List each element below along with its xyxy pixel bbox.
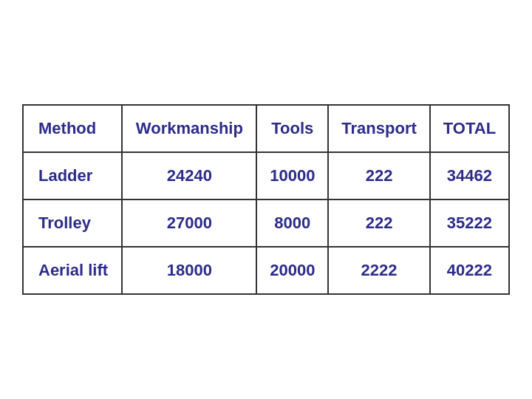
table-row: Trolley27000800022235222: [23, 200, 509, 247]
header-method: Method: [23, 105, 122, 152]
cell-total-0: 34462: [430, 152, 509, 200]
cell-tools-2: 20000: [256, 247, 328, 294]
cell-workmanship-1: 27000: [122, 200, 256, 247]
table-row: Aerial lift1800020000222240222: [23, 247, 509, 294]
header-workmanship: Workmanship: [122, 105, 256, 152]
table-row: Ladder242401000022234462: [23, 152, 509, 200]
cell-tools-0: 10000: [256, 152, 328, 200]
cell-tools-1: 8000: [256, 200, 328, 247]
cell-workmanship-0: 24240: [122, 152, 256, 200]
cell-total-1: 35222: [430, 200, 509, 247]
cell-method-1: Trolley: [23, 200, 122, 247]
header-row: Method Workmanship Tools Transport TOTAL: [23, 105, 509, 152]
cell-method-2: Aerial lift: [23, 247, 122, 294]
header-tools: Tools: [256, 105, 328, 152]
header-total: TOTAL: [430, 105, 509, 152]
cell-transport-2: 2222: [328, 247, 430, 294]
header-transport: Transport: [328, 105, 430, 152]
data-table: Method Workmanship Tools Transport TOTAL…: [22, 104, 510, 295]
cell-transport-0: 222: [328, 152, 430, 200]
main-table-container: Method Workmanship Tools Transport TOTAL…: [22, 104, 510, 295]
cell-transport-1: 222: [328, 200, 430, 247]
cell-workmanship-2: 18000: [122, 247, 256, 294]
cell-total-2: 40222: [430, 247, 509, 294]
cell-method-0: Ladder: [23, 152, 122, 200]
